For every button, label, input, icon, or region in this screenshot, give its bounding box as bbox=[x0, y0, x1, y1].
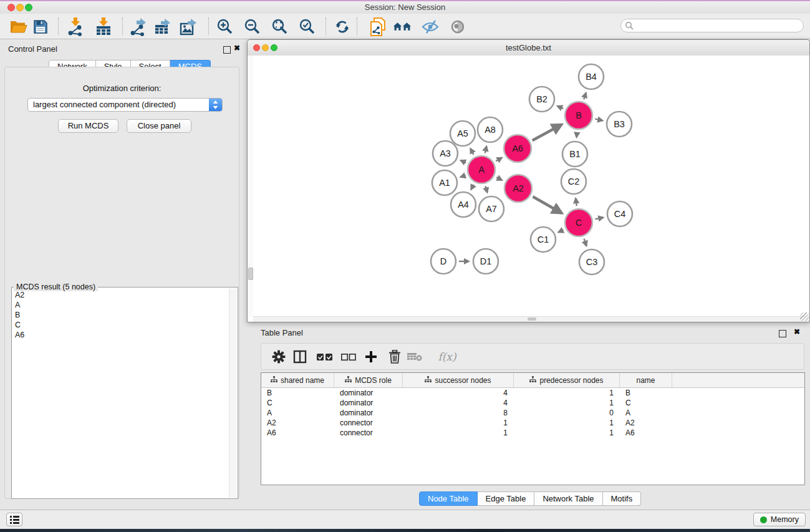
network-node-D[interactable]: D bbox=[431, 249, 456, 274]
column-header-name[interactable]: name bbox=[620, 373, 672, 387]
network-node-A1[interactable]: A1 bbox=[432, 170, 457, 195]
unselect-all-icon[interactable] bbox=[340, 348, 357, 365]
delete-table-icon[interactable] bbox=[406, 348, 423, 365]
network-node-A3[interactable]: A3 bbox=[433, 141, 458, 166]
column-header-MCDS-role[interactable]: MCDS role bbox=[334, 373, 403, 387]
network-node-D1[interactable]: D1 bbox=[473, 249, 498, 274]
close-table-panel-icon[interactable]: ✖ bbox=[794, 327, 800, 336]
tab-network-table[interactable]: Network Table bbox=[534, 491, 602, 506]
network-node-B4[interactable]: B4 bbox=[579, 64, 604, 89]
network-node-B3[interactable]: B3 bbox=[607, 112, 632, 137]
edge-A2-C[interactable] bbox=[533, 196, 562, 213]
import-network-icon[interactable] bbox=[66, 17, 85, 36]
network-node-C2[interactable]: C2 bbox=[561, 169, 586, 194]
edge-A-A6[interactable] bbox=[496, 158, 502, 162]
mcds-result-item[interactable]: A bbox=[12, 300, 229, 310]
mcds-list-scrollbar[interactable] bbox=[229, 288, 237, 498]
network-node-B2[interactable]: B2 bbox=[529, 87, 554, 112]
table-row[interactable]: Cdominator41C bbox=[261, 398, 804, 408]
network-node-B1[interactable]: B1 bbox=[562, 142, 587, 167]
network-window-titlebar[interactable]: testGlobe.txt bbox=[248, 40, 809, 56]
table-row[interactable]: Adominator80A bbox=[261, 408, 804, 418]
vertical-scroll-thumb[interactable] bbox=[248, 268, 253, 280]
show-panel-eye-icon[interactable] bbox=[448, 17, 467, 36]
zoom-selected-icon[interactable] bbox=[298, 17, 317, 36]
network-node-C1[interactable]: C1 bbox=[531, 227, 556, 252]
hide-panel-eye-icon[interactable] bbox=[421, 17, 440, 36]
import-table-icon[interactable] bbox=[94, 17, 113, 36]
export-image-icon[interactable] bbox=[179, 17, 198, 36]
window-resize-grip[interactable] bbox=[800, 312, 809, 321]
run-mcds-button[interactable]: Run MCDS bbox=[58, 119, 118, 133]
network-minimize-button[interactable] bbox=[262, 44, 269, 51]
tab-motifs[interactable]: Motifs bbox=[603, 491, 642, 506]
float-panel-icon[interactable] bbox=[223, 46, 231, 54]
edge-A-A2[interactable] bbox=[496, 177, 502, 180]
network-node-C3[interactable]: C3 bbox=[579, 249, 604, 274]
mcds-result-item[interactable]: A6 bbox=[12, 330, 229, 340]
edge-A-A1[interactable] bbox=[460, 175, 465, 177]
close-panel-icon[interactable]: ✖ bbox=[234, 44, 240, 52]
edge-C-C4[interactable] bbox=[595, 218, 603, 220]
horizontal-scroll-thumb[interactable] bbox=[528, 317, 536, 321]
network-node-A6[interactable]: A6 bbox=[504, 135, 531, 162]
edge-B-B1[interactable] bbox=[577, 132, 577, 137]
refresh-layout-icon[interactable] bbox=[333, 17, 352, 36]
delete-column-trash-icon[interactable] bbox=[386, 348, 403, 365]
edge-A-A7[interactable] bbox=[486, 186, 488, 193]
home-layout-icon[interactable] bbox=[393, 17, 412, 36]
column-header-predecessor-nodes[interactable]: predecessor nodes bbox=[514, 373, 620, 387]
column-header-successor-nodes[interactable]: successor nodes bbox=[403, 373, 514, 387]
show-columns-icon[interactable] bbox=[291, 348, 309, 365]
edge-A-A5[interactable] bbox=[470, 148, 473, 155]
minimize-window-button[interactable] bbox=[16, 4, 24, 11]
network-node-A4[interactable]: A4 bbox=[451, 192, 476, 217]
edge-B-B3[interactable] bbox=[595, 119, 602, 121]
network-node-A[interactable]: A bbox=[468, 156, 495, 183]
edge-B-B4[interactable] bbox=[584, 93, 586, 100]
close-window-button[interactable] bbox=[7, 4, 15, 11]
export-network-icon[interactable] bbox=[128, 17, 147, 36]
zoom-in-icon[interactable] bbox=[216, 17, 234, 36]
mcds-result-item[interactable]: B bbox=[12, 310, 229, 320]
table-row[interactable]: Bdominator41B bbox=[261, 388, 804, 398]
network-zoom-button[interactable] bbox=[271, 44, 277, 51]
task-history-button[interactable] bbox=[6, 513, 22, 526]
edge-C-C3[interactable] bbox=[584, 239, 587, 246]
zoom-out-icon[interactable] bbox=[243, 17, 262, 36]
table-row[interactable]: A6connector11A6 bbox=[261, 428, 804, 438]
network-node-B[interactable]: B bbox=[565, 102, 592, 129]
zoom-window-button[interactable] bbox=[25, 4, 32, 11]
zoom-fit-icon[interactable] bbox=[271, 17, 289, 36]
select-all-icon[interactable] bbox=[316, 348, 334, 365]
column-header-shared-name[interactable]: shared name bbox=[261, 373, 334, 387]
memory-button[interactable]: Memory bbox=[753, 513, 806, 526]
mcds-result-item[interactable]: C bbox=[12, 320, 229, 330]
float-table-panel-icon[interactable] bbox=[779, 330, 786, 337]
table-settings-gear-icon[interactable] bbox=[270, 348, 287, 365]
edge-C-C2[interactable] bbox=[576, 198, 577, 206]
tab-edge-table[interactable]: Edge Table bbox=[478, 491, 535, 506]
edge-A-A3[interactable] bbox=[461, 160, 466, 163]
edge-C-C1[interactable] bbox=[558, 230, 563, 233]
table-row[interactable]: A2connector11A2 bbox=[261, 418, 804, 428]
search-input[interactable] bbox=[620, 19, 804, 32]
add-column-icon[interactable] bbox=[362, 348, 380, 365]
network-close-button[interactable] bbox=[253, 44, 260, 51]
optimization-criterion-select[interactable]: largest connected component (directed) bbox=[27, 98, 223, 112]
edge-B-B2[interactable] bbox=[557, 106, 564, 109]
node-table[interactable]: shared nameMCDS rolesuccessor nodesprede… bbox=[261, 372, 805, 485]
close-panel-button[interactable]: Close panel bbox=[127, 119, 191, 133]
clone-network-icon[interactable] bbox=[369, 17, 388, 36]
tab-node-table[interactable]: Node Table bbox=[419, 491, 478, 506]
network-node-A5[interactable]: A5 bbox=[450, 121, 475, 146]
network-canvas[interactable]: B4B2BB3B1A5A8A6A3AA1C2A4A7A2C4CC1C3DD1 bbox=[253, 56, 809, 317]
network-node-A8[interactable]: A8 bbox=[478, 117, 503, 142]
network-node-C4[interactable]: C4 bbox=[607, 201, 632, 226]
mcds-result-item[interactable]: A2 bbox=[12, 290, 229, 300]
function-builder-icon[interactable]: f(x) bbox=[435, 348, 460, 365]
open-file-icon[interactable] bbox=[9, 17, 28, 36]
network-horizontal-scrollbar[interactable] bbox=[253, 316, 809, 322]
save-session-icon[interactable] bbox=[31, 17, 50, 36]
network-node-A2[interactable]: A2 bbox=[504, 175, 532, 202]
